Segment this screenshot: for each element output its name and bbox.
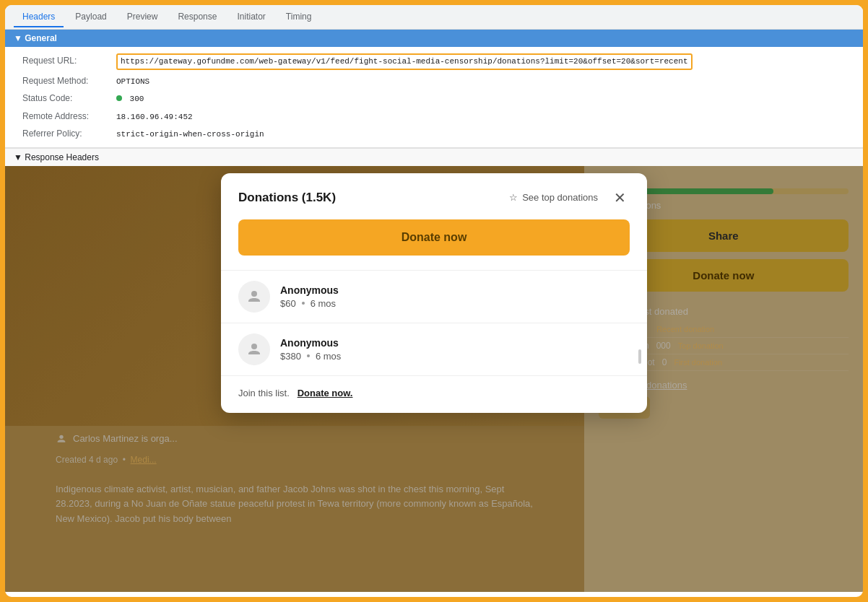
tab-headers[interactable]: Headers [14,7,64,27]
donor-dot-2 [307,354,310,357]
donor-meta-1: $60 6 mos [280,298,630,309]
modal-donate-now-button[interactable]: Donate now [238,219,630,256]
donor-dot-1 [302,302,305,305]
general-rows: Request URL: https://gateway.gofundme.co… [5,47,863,147]
remote-address-row: Remote Address: 18.160.96.49:452 [5,108,863,126]
donations-modal: Donations (1.5K) ☆ See top donations ✕ D… [221,173,647,413]
donor-meta-2: $380 6 mos [280,351,620,362]
general-header[interactable]: ▼ General [5,30,863,47]
donor-time-1: 6 mos [311,298,336,309]
svg-point-1 [251,291,257,297]
devtools-tabs: Headers Payload Preview Response Initiat… [5,5,863,30]
tab-payload[interactable]: Payload [66,7,115,27]
request-method-value: OPTIONS [116,76,149,88]
tab-preview[interactable]: Preview [118,7,167,27]
donor-amount-2: $380 [280,351,301,362]
donation-item-2: Anonymous $380 6 mos [221,323,647,375]
modal-overlay: Donations (1.5K) ☆ See top donations ✕ D… [5,166,863,592]
see-top-donations-label: See top donations [522,192,598,203]
close-modal-button[interactable]: ✕ [609,188,630,208]
remote-address-value: 18.160.96.49:452 [116,111,193,123]
remote-address-label: Remote Address: [22,110,116,123]
status-code-label: Status Code: [22,92,116,105]
tab-timing[interactable]: Timing [277,7,321,27]
donor-name-2: Anonymous [280,337,620,349]
join-list-section: Join this list. Donate now. [221,375,647,413]
modal-scrollbar [638,349,641,364]
response-headers-row[interactable]: ▼ Response Headers [5,148,863,166]
request-method-row: Request Method: OPTIONS [5,72,863,90]
status-dot-green [116,95,122,101]
request-url-row: Request URL: https://gateway.gofundme.co… [5,51,863,72]
status-code-row: Status Code: 300 [5,90,863,108]
donor-amount-1: $60 [280,298,296,309]
modal-title: Donations (1.5K) [238,191,336,205]
tab-response[interactable]: Response [169,7,225,27]
general-header-label: ▼ General [14,33,57,43]
donation-item-1: Anonymous $60 6 mos [221,270,647,323]
donor-avatar-2 [238,333,270,365]
website-area: Carlos Martinez is orga... Created 4 d a… [5,166,863,592]
tab-initiator[interactable]: Initiator [228,7,274,27]
response-headers-label: ▼ Response Headers [14,152,99,162]
donor-info-2: Anonymous $380 6 mos [280,337,620,362]
referrer-policy-row: Referrer Policy: strict-origin-when-cros… [5,125,863,143]
see-top-donations-button[interactable]: ☆ See top donations [509,192,598,203]
request-url-value[interactable]: https://gateway.gofundme.com/web-gateway… [116,53,693,70]
general-section: ▼ General Request URL: https://gateway.g… [5,30,863,148]
modal-header: Donations (1.5K) ☆ See top donations ✕ [221,173,647,219]
referrer-policy-label: Referrer Policy: [22,127,116,140]
star-icon: ☆ [509,192,518,203]
join-list-text: Join this list. [238,388,290,398]
donor-avatar-1 [238,281,270,313]
donor-name-1: Anonymous [280,284,630,296]
donor-time-2: 6 mos [316,351,341,362]
referrer-policy-value: strict-origin-when-cross-origin [116,128,264,141]
modal-header-right: ☆ See top donations ✕ [509,188,630,208]
request-method-label: Request Method: [22,74,116,87]
join-list-link[interactable]: Donate now. [298,388,353,398]
status-code-value: 300 [116,93,144,105]
donor-info-1: Anonymous $60 6 mos [280,284,630,309]
svg-point-2 [251,344,257,349]
request-url-label: Request URL: [22,54,116,67]
